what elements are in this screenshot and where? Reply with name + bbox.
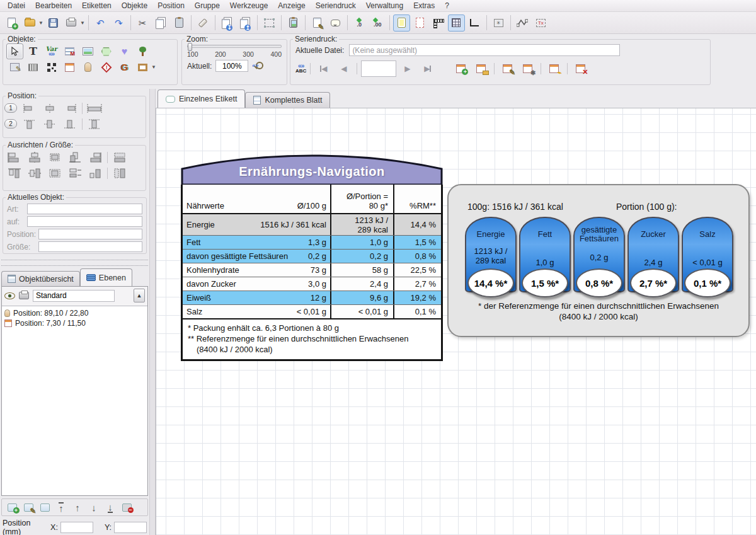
warning-shape-tool[interactable]: ! xyxy=(98,59,115,75)
field-auf-input[interactable] xyxy=(27,216,142,227)
align-objects-center-both-button[interactable] xyxy=(45,150,64,164)
layer-name-input[interactable] xyxy=(33,290,115,302)
y-input[interactable] xyxy=(114,522,147,533)
select-tool[interactable] xyxy=(6,43,23,59)
distribute-objects-button[interactable] xyxy=(66,166,84,180)
decimal-one-button[interactable]: .0 xyxy=(351,14,368,32)
zoom-fit-button[interactable]: «» xyxy=(252,61,263,71)
undo-button[interactable]: ↶ xyxy=(92,14,109,32)
layer-object-item[interactable]: Position: 89,10 / 22,80 xyxy=(4,308,145,318)
first-record-button[interactable]: ◀ xyxy=(315,60,332,77)
align-objects-middle-button[interactable] xyxy=(25,166,44,180)
next-record-button[interactable]: ▶ xyxy=(399,60,416,77)
layer-scroll-up-button[interactable]: ▲ xyxy=(134,289,145,302)
paste-button[interactable] xyxy=(171,14,188,32)
tab-ebenen[interactable]: Ebenen xyxy=(80,268,132,286)
align-left-edge-button[interactable] xyxy=(20,101,39,115)
open-button[interactable] xyxy=(21,14,38,32)
transform-button[interactable] xyxy=(261,14,278,32)
current-file-input[interactable] xyxy=(349,44,620,56)
open-dropdown-caret[interactable]: ▼ xyxy=(38,20,43,26)
edit-record-button[interactable]: ✎ xyxy=(499,60,516,77)
print-button[interactable] xyxy=(63,14,80,32)
move-layer-bottom-button[interactable]: ↓ xyxy=(102,500,118,514)
grid-toggle[interactable] xyxy=(448,14,465,32)
letter-art-tool[interactable]: G xyxy=(116,59,133,75)
form-edit-tool[interactable] xyxy=(6,59,23,75)
align-objects-stack-button[interactable] xyxy=(66,150,84,164)
menu-etiketten[interactable]: Etiketten xyxy=(77,0,117,11)
nutrition-table-object[interactable]: Ernährungs-Navigation Nährwerte Ø/100 g … xyxy=(181,148,443,361)
x-input[interactable] xyxy=(60,522,93,533)
align-objects-top-button[interactable] xyxy=(5,166,24,180)
print-dropdown-caret[interactable]: ▼ xyxy=(80,20,85,26)
menu-datei[interactable]: Datei xyxy=(3,0,30,11)
bring-forward-button[interactable]: ↥ xyxy=(237,14,254,32)
zoom-slider[interactable] xyxy=(187,45,282,48)
remove-datasource-button[interactable]: ✕ xyxy=(572,60,589,77)
refresh-record-button[interactable]: ⌁ xyxy=(546,60,563,77)
align-middle-v-button[interactable] xyxy=(40,117,59,131)
menu-anzeige[interactable]: Anzeige xyxy=(273,0,310,11)
image-settings-button[interactable]: ✳ xyxy=(490,14,507,32)
move-layer-up-button[interactable]: ↑ xyxy=(69,500,86,514)
align-objects-left-button[interactable] xyxy=(5,150,24,164)
menu-position[interactable]: Position xyxy=(152,0,190,11)
same-width-button[interactable] xyxy=(110,150,129,164)
align-top-edge-button[interactable] xyxy=(20,117,39,131)
eraser-button[interactable] xyxy=(195,14,212,32)
align-center-h-button[interactable] xyxy=(40,101,59,115)
fit-height-button[interactable] xyxy=(85,117,104,131)
align-bottom-edge-button[interactable] xyxy=(60,117,79,131)
comment-button[interactable] xyxy=(327,14,344,32)
label-view-toggle[interactable] xyxy=(393,14,410,32)
barcode-tool[interactable] xyxy=(25,59,42,75)
more-tools-caret[interactable]: ▼ xyxy=(151,64,156,70)
align-right-edge-button[interactable] xyxy=(60,101,79,115)
menu-werkzeuge[interactable]: Werkzeuge xyxy=(225,0,273,11)
same-size-button[interactable] xyxy=(86,166,105,180)
cut-button[interactable]: ✂ xyxy=(134,14,151,32)
layer-object-item[interactable]: Position: 7,30 / 11,50 xyxy=(4,318,145,328)
menu-gruppe[interactable]: Gruppe xyxy=(190,0,225,11)
layer-visibility-icon[interactable] xyxy=(4,292,15,299)
copy-button[interactable] xyxy=(152,14,169,32)
nutrition-navigator-object[interactable]: 100g: 1516 kJ / 361 kcal Portion (100 g)… xyxy=(447,184,750,337)
menu-seriendruck[interactable]: Seriendruck xyxy=(311,0,361,11)
field-art-input[interactable] xyxy=(27,204,142,214)
move-layer-down-button[interactable]: ↓ xyxy=(86,500,102,514)
same-height-button[interactable] xyxy=(110,166,129,180)
memo-text-tool[interactable]: M xyxy=(61,43,78,59)
prev-record-button[interactable]: ◀ xyxy=(335,60,352,77)
menu-objekte[interactable]: Objekte xyxy=(117,0,152,11)
copy-layer-button[interactable] xyxy=(37,500,53,514)
edit-notes-button[interactable]: ✎ xyxy=(309,14,326,32)
field-groesse-input[interactable] xyxy=(38,241,142,252)
tab-objektuebersicht[interactable]: Objektübersicht xyxy=(1,271,80,286)
shape-tool[interactable] xyxy=(98,43,115,59)
clipart-tool[interactable] xyxy=(134,43,151,59)
frame-tool[interactable] xyxy=(134,59,151,75)
move-layer-top-button[interactable]: ↑ xyxy=(53,500,69,514)
design-canvas[interactable]: Ernährungs-Navigation Nährwerte Ø/100 g … xyxy=(156,108,756,535)
record-settings-button[interactable]: ✱ xyxy=(519,60,536,77)
capsule-tool[interactable] xyxy=(79,59,96,75)
redo-button[interactable]: ↷ xyxy=(110,14,127,32)
zoom-slider-thumb[interactable] xyxy=(188,43,192,51)
layer-print-icon[interactable] xyxy=(19,292,29,299)
last-record-button[interactable]: ▶ xyxy=(419,60,436,77)
align-objects-center-h-button[interactable] xyxy=(25,150,44,164)
add-datasource-button[interactable]: + xyxy=(452,60,469,77)
menu-verwaltung[interactable]: Verwaltung xyxy=(361,0,408,11)
add-layer-button[interactable]: + xyxy=(4,500,20,514)
save-button[interactable] xyxy=(45,14,62,32)
axes-toggle[interactable] xyxy=(466,14,483,32)
delete-layer-button[interactable]: − xyxy=(118,500,135,514)
tab-komplettes-blatt[interactable]: Komplettes Blatt xyxy=(245,92,330,108)
menu-extras[interactable]: Extras xyxy=(408,0,440,11)
new-document-button[interactable]: + xyxy=(3,14,20,32)
menu-help[interactable]: ? xyxy=(440,0,454,11)
send-backward-button[interactable]: ↧ xyxy=(219,14,236,32)
document-window-tool[interactable] xyxy=(61,59,78,75)
qrcode-tool[interactable] xyxy=(43,59,60,75)
